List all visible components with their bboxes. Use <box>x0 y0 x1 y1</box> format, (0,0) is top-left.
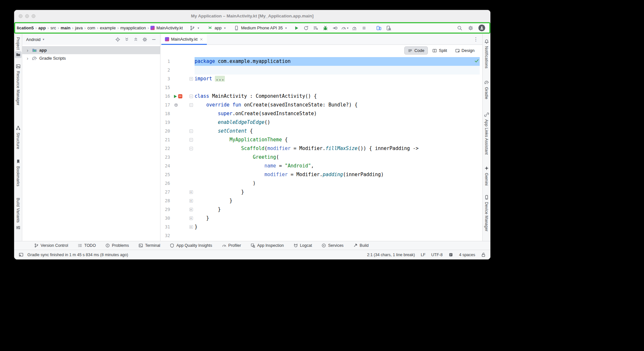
code-text[interactable]: } <box>195 188 480 196</box>
tool-window-button-structure[interactable]: Structure <box>15 125 21 149</box>
code-line-31[interactable]: 31∧} <box>160 223 482 231</box>
code-line-19[interactable]: 19 enableEdgeToEdge() <box>160 118 482 127</box>
kebab-menu-icon[interactable]: ⋮ <box>469 37 482 42</box>
compose-icon[interactable]: <> <box>178 94 182 98</box>
settings-icon[interactable] <box>142 37 147 42</box>
code-text[interactable]: Scaffold(modifier = Modifier.fillMaxSize… <box>195 144 480 153</box>
fold-marker[interactable]: ∧ <box>189 225 193 229</box>
fold-marker[interactable]: − <box>189 147 193 150</box>
override-icon[interactable] <box>174 103 178 107</box>
project-view-selector[interactable]: Android ▾ <box>26 37 44 42</box>
code-line-26[interactable]: 26 ) <box>160 179 482 188</box>
tool-window-button-logcat[interactable]: Logcat <box>293 243 312 248</box>
tool-window-button-profiler[interactable]: Profiler <box>222 243 241 248</box>
close-tab-icon[interactable] <box>199 37 203 41</box>
inspection-status-widget[interactable] <box>474 58 479 65</box>
code-line-21[interactable]: 21− MyApplicationTheme { <box>160 135 482 144</box>
code-line-3[interactable]: 3+import ... <box>160 75 482 83</box>
device-selector[interactable]: Medium Phone API 35 ▾ <box>232 25 289 32</box>
chevron-right-icon[interactable]: › <box>27 56 30 61</box>
code-text[interactable]: } <box>195 214 480 223</box>
fold-marker[interactable]: − <box>189 129 193 133</box>
lock-icon[interactable] <box>481 252 486 257</box>
editor-tab-mainactivity[interactable]: MainActivity.kt <box>161 34 207 45</box>
tool-window-button-bookmarks[interactable]: Bookmarks <box>15 158 21 186</box>
layout-inspector-button[interactable] <box>384 24 393 32</box>
code-line-29[interactable]: 29∧ } <box>160 205 482 214</box>
code-line-27[interactable]: 27∧ } <box>160 188 482 196</box>
tool-window-button-gemini[interactable]: Gemini <box>484 165 490 186</box>
editor-mode-split[interactable]: Split <box>429 46 450 55</box>
code-text[interactable]: MyApplicationTheme { <box>195 135 480 144</box>
breadcrumb-item-mainactivity-kt[interactable]: MainActivity.kt <box>149 25 184 31</box>
code-text[interactable] <box>195 66 480 75</box>
locate-icon[interactable] <box>115 37 120 42</box>
tool-window-button-project[interactable]: Project <box>15 37 22 58</box>
code-text[interactable]: } <box>195 223 480 231</box>
code-text[interactable]: name = "Android", <box>195 162 480 170</box>
tool-window-button-app-links-assistant[interactable]: App Links Assistant <box>484 112 490 155</box>
collapse-all-icon[interactable] <box>133 37 138 42</box>
tool-window-button-build[interactable]: Build <box>353 243 369 248</box>
attach-debugger-button[interactable] <box>330 24 340 32</box>
code-line-17[interactable]: 17− override fun onCreate(savedInstanceS… <box>160 101 482 109</box>
code-line-28[interactable]: 28∧ } <box>160 196 482 205</box>
tool-window-button-version-control[interactable]: Version Control <box>34 243 68 248</box>
tool-window-button-services[interactable]: Services <box>322 243 343 248</box>
editor-mode-design[interactable]: Design <box>452 46 478 55</box>
code-text[interactable] <box>195 83 480 92</box>
breadcrumb-item-myapplication[interactable]: myapplication <box>120 25 147 31</box>
code-line-22[interactable]: 22− Scaffold(modifier = Modifier.fillMax… <box>160 144 482 153</box>
run-button[interactable] <box>292 24 301 32</box>
tool-window-button-build-variants[interactable]: Build Variants <box>15 198 21 230</box>
breadcrumb-item-src[interactable]: src <box>50 25 57 31</box>
expand-all-icon[interactable] <box>124 37 129 42</box>
profiler-button[interactable]: ▾ <box>340 24 350 32</box>
fold-marker[interactable]: + <box>189 77 193 81</box>
zoom-window-button[interactable] <box>32 14 35 18</box>
fold-marker[interactable]: ∧ <box>189 216 193 220</box>
code-line-23[interactable]: 23 Greeting( <box>160 153 482 162</box>
project-tree-item-app[interactable]: ›app <box>22 46 160 54</box>
status-widget-icon[interactable] <box>448 252 453 257</box>
stop-button[interactable] <box>359 24 369 32</box>
tool-window-button-app-quality-insights[interactable]: App Quality Insights <box>170 243 212 248</box>
hide-panel-icon[interactable] <box>151 37 156 42</box>
project-tree-item-gradle-scripts[interactable]: ›Gradle Scripts <box>22 54 160 62</box>
tool-window-button-notifications[interactable]: Notifications <box>484 38 490 68</box>
tool-window-button-device-manager[interactable]: Device Manager <box>484 194 490 232</box>
debug-button[interactable] <box>321 24 330 32</box>
code-line-20[interactable]: 20− setContent { <box>160 127 482 135</box>
code-line-1[interactable]: 1package com.example.myapplication <box>160 57 482 66</box>
fold-marker[interactable]: ∧ <box>189 208 193 211</box>
settings-button[interactable] <box>466 24 476 32</box>
code-text[interactable]: Greeting( <box>195 153 480 162</box>
code-text[interactable]: } <box>195 196 480 205</box>
code-text[interactable]: super.onCreate(savedInstanceState) <box>195 109 480 118</box>
encoding-widget[interactable]: UTF-8 <box>431 253 443 257</box>
code-line-15[interactable]: 15 <box>160 83 482 92</box>
code-text[interactable]: import ... <box>195 75 480 83</box>
chevron-right-icon[interactable]: › <box>27 48 30 53</box>
tool-window-button-terminal[interactable]: Terminal <box>139 243 160 248</box>
tool-window-button-todo[interactable]: TODO <box>78 243 96 248</box>
breadcrumb-item-java[interactable]: java <box>74 25 84 31</box>
code-text[interactable]: } <box>195 205 480 214</box>
breadcrumb-item-example[interactable]: example <box>99 25 117 31</box>
run-gutter-icon[interactable] <box>174 95 177 98</box>
tool-window-button-resource-manager[interactable]: Resource Manager <box>15 63 21 105</box>
tool-window-button-problems[interactable]: Problems <box>105 243 129 248</box>
code-line-32[interactable]: 32 <box>160 231 482 240</box>
code-text[interactable]: modifier = Modifier.padding(innerPadding… <box>195 170 480 179</box>
code-text[interactable]: package com.example.myapplication <box>195 57 480 66</box>
code-text[interactable]: enableEdgeToEdge() <box>195 118 480 127</box>
profile-low-overhead-button[interactable] <box>350 24 359 32</box>
fold-marker[interactable]: ∧ <box>189 199 193 203</box>
code-text[interactable]: setContent { <box>195 127 480 135</box>
code-text[interactable] <box>195 231 480 240</box>
code-line-2[interactable]: 2 <box>160 66 482 75</box>
apply-code-changes-button[interactable] <box>311 24 321 32</box>
code-line-30[interactable]: 30∧ } <box>160 214 482 223</box>
indent-widget[interactable]: 4 spaces <box>459 253 475 257</box>
code-text[interactable]: class MainActivity : ComponentActivity()… <box>195 92 480 101</box>
